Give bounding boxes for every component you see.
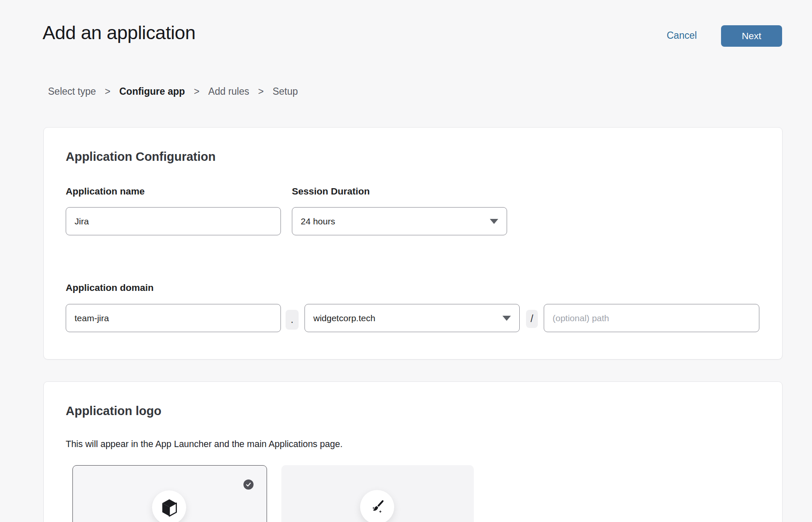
breadcrumb-separator: >: [258, 86, 264, 97]
chevron-down-icon: [502, 316, 511, 321]
path-slash-separator: /: [526, 310, 538, 328]
breadcrumb-step-add-rules[interactable]: Add rules: [208, 86, 249, 97]
check-icon: [243, 479, 254, 490]
breadcrumb-step-configure-app: Configure app: [119, 86, 185, 97]
custom-logo-circle: [360, 490, 394, 522]
breadcrumb: Select type > Configure app > Add rules …: [48, 86, 298, 97]
breadcrumb-step-setup[interactable]: Setup: [272, 86, 298, 97]
path-input[interactable]: [544, 304, 759, 332]
domain-select[interactable]: widgetcorp.tech: [304, 304, 520, 332]
default-logo-circle: [152, 490, 186, 522]
session-duration-label: Session Duration: [292, 186, 370, 197]
breadcrumb-step-select-type[interactable]: Select type: [48, 86, 96, 97]
application-domain-label: Application domain: [66, 282, 154, 293]
logo-option-custom[interactable]: [281, 465, 474, 522]
chevron-down-icon: [490, 219, 498, 224]
application-name-label: Application name: [66, 186, 145, 197]
paintbrush-icon: [369, 499, 386, 516]
cube-icon: [161, 498, 178, 517]
subdomain-input[interactable]: [66, 304, 281, 332]
breadcrumb-separator: >: [105, 86, 110, 97]
next-button[interactable]: Next: [721, 25, 782, 47]
breadcrumb-separator: >: [194, 86, 199, 97]
application-configuration-card: Application Configuration Application na…: [43, 127, 783, 360]
cancel-button[interactable]: Cancel: [667, 30, 697, 41]
application-logo-card: Application logo This will appear in the…: [43, 381, 783, 522]
session-duration-select[interactable]: 24 hours: [292, 207, 507, 235]
logo-description: This will appear in the App Launcher and…: [66, 439, 342, 450]
logo-heading: Application logo: [66, 404, 161, 418]
domain-value: widgetcorp.tech: [313, 313, 497, 323]
application-name-input[interactable]: [66, 207, 281, 235]
page-title: Add an application: [43, 22, 195, 44]
configuration-heading: Application Configuration: [66, 150, 216, 164]
logo-option-default[interactable]: [72, 465, 267, 522]
session-duration-value: 24 hours: [301, 216, 485, 226]
domain-dot-separator: .: [286, 310, 299, 330]
